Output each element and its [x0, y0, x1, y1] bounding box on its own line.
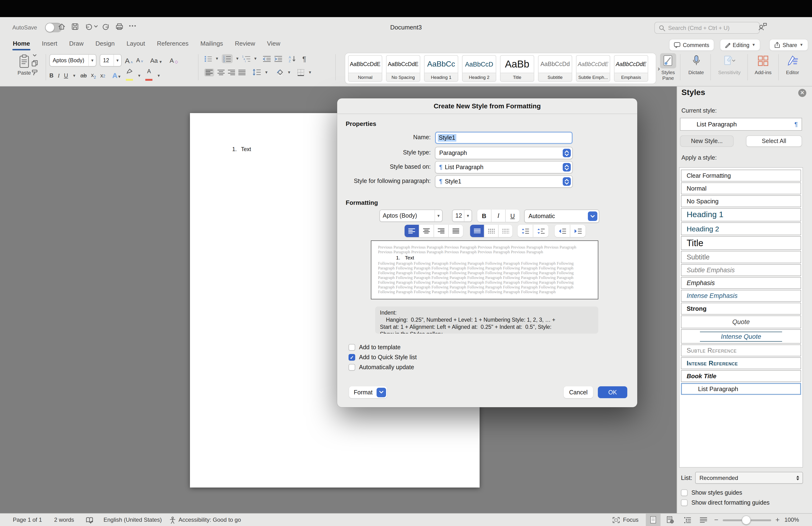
list-filter-dropdown[interactable]: Recommended	[695, 472, 803, 484]
dialog-space-after-button[interactable]	[533, 225, 549, 237]
tab-insert[interactable]: Insert	[42, 40, 57, 47]
style-item-subtitle[interactable]: Subtitle	[681, 251, 801, 263]
dialog-double-spacing[interactable]	[498, 225, 512, 237]
style-item-clear-formatting[interactable]: Clear Formatting	[681, 170, 801, 182]
font-name-combo[interactable]: Aptos (Body)▼	[49, 54, 97, 67]
tab-layout[interactable]: Layout	[127, 40, 145, 47]
underline-button[interactable]: U	[64, 72, 68, 79]
format-dropdown-button[interactable]: Format	[349, 386, 387, 398]
gallery-style-no-spacing[interactable]: AaBbCcDdENo Spacing	[386, 55, 420, 82]
pane-checkbox-show-direct-formatting-guides[interactable]: Show direct formatting guides	[681, 499, 769, 506]
dialog-checkbox-add-to-template[interactable]: Add to template	[349, 344, 417, 351]
zoom-slider-knob[interactable]	[742, 515, 751, 525]
gallery-style-heading-1[interactable]: AaBbCcHeading 1	[424, 55, 458, 82]
share-people-icon[interactable]	[758, 22, 767, 31]
copy-icon[interactable]	[31, 60, 38, 67]
style-item-title[interactable]: Title	[681, 236, 801, 250]
web-layout-view-button[interactable]	[663, 514, 678, 526]
align-right-icon[interactable]	[228, 69, 235, 75]
style-item-heading-1[interactable]: Heading 1	[681, 208, 801, 222]
style-item-subtle-reference[interactable]: Subtle Reference	[681, 344, 801, 356]
focus-icon[interactable]	[612, 517, 620, 523]
dialog-decrease-indent-button[interactable]	[555, 225, 570, 237]
style-item-heading-2[interactable]: Heading 2	[681, 222, 801, 235]
chevron-down-icon[interactable]: ▼	[235, 57, 239, 61]
dialog-increase-indent-button[interactable]	[570, 225, 585, 237]
dialog-checkbox-automatically-update[interactable]: Automatically update	[349, 364, 417, 371]
dialog-justify[interactable]	[449, 225, 463, 237]
gallery-style-normal[interactable]: AaBbCcDdENormal	[348, 55, 382, 82]
zoom-in-button[interactable]: +	[775, 515, 780, 524]
style-item-intense-quote[interactable]: Intense Quote	[681, 329, 801, 343]
highlight-button[interactable]	[126, 68, 133, 83]
addins-button[interactable]: Add-ins	[749, 53, 777, 75]
align-center-icon[interactable]	[217, 69, 224, 75]
chevron-down-icon[interactable]: ▼	[215, 57, 219, 61]
multilevel-list-icon[interactable]: 1ai	[242, 55, 251, 62]
style-item-normal[interactable]: Normal	[681, 183, 801, 194]
gallery-style-emphasis[interactable]: AaBbCcDdEEmphasis	[614, 55, 648, 82]
decrease-indent-icon[interactable]	[263, 55, 271, 62]
chevron-down-icon[interactable]: ▼	[287, 70, 291, 74]
zoom-percent[interactable]: 100%	[784, 516, 799, 523]
accessibility-status[interactable]: Accessibility: Good to go	[178, 516, 241, 523]
underline-chevron-icon[interactable]: ▼	[72, 73, 76, 78]
search-input[interactable]: Search (Cmd + Ctrl + U)	[654, 22, 760, 34]
style-item-no-spacing[interactable]: No Spacing	[681, 195, 801, 207]
gallery-style-subtle-emph-[interactable]: AaBbCcDdESubtle Emph...	[576, 55, 610, 82]
spellcheck-icon[interactable]	[86, 516, 93, 524]
styles-pane-button[interactable]: StylesPane	[656, 53, 680, 81]
pilcrow-icon[interactable]: ¶	[303, 55, 306, 63]
style-item-book-title[interactable]: Book Title	[681, 370, 801, 382]
dialog-bold-button[interactable]: B	[477, 210, 492, 222]
dialog-align-center[interactable]	[419, 225, 434, 237]
gallery-style-subtitle[interactable]: AaBbCcDdSubtitle	[538, 55, 572, 82]
page-count[interactable]: Page 1 of 1	[13, 516, 42, 523]
dialog-italic-button[interactable]: I	[492, 210, 506, 222]
based-on-dropdown[interactable]: ¶ List Paragraph	[435, 161, 573, 173]
pane-checkbox-show-styles-guides[interactable]: Show styles guides	[681, 489, 742, 496]
tab-review[interactable]: Review	[235, 40, 255, 47]
dialog-align-right[interactable]	[434, 225, 449, 237]
new-style-button[interactable]: New Style...	[680, 136, 734, 147]
focus-label[interactable]: Focus	[623, 516, 638, 523]
word-count[interactable]: 2 words	[54, 516, 74, 523]
tab-design[interactable]: Design	[96, 40, 115, 47]
close-icon[interactable]: ✕	[798, 89, 806, 97]
sensitivity-button[interactable]: Sensitivity	[712, 53, 746, 75]
chevron-down-icon[interactable]: ▼	[157, 73, 160, 78]
align-left-icon-selected[interactable]	[204, 68, 214, 76]
gallery-style-title[interactable]: AaBbTitle	[500, 55, 534, 82]
tab-home[interactable]: Home	[13, 40, 30, 47]
increase-indent-icon[interactable]	[274, 55, 282, 62]
dialog-font-size-combo[interactable]: 12▼	[452, 210, 472, 222]
draft-view-button[interactable]	[696, 514, 711, 526]
gallery-style-heading-2[interactable]: AaBbCcDHeading 2	[462, 55, 496, 82]
dialog-align-left-selected[interactable]	[405, 225, 419, 237]
dialog-1-5-spacing[interactable]	[484, 225, 498, 237]
language-selector[interactable]: English (United States)	[103, 516, 162, 523]
font-size-combo[interactable]: 12▼	[100, 54, 121, 67]
style-item-subtle-emphasis[interactable]: Subtle Emphasis	[681, 264, 801, 276]
justify-icon[interactable]	[238, 69, 246, 75]
paste-chevron-icon[interactable]	[33, 54, 37, 57]
italic-button[interactable]: I	[58, 72, 60, 79]
style-item-intense-reference[interactable]: Intense Reference	[681, 357, 801, 369]
style-item-intense-emphasis[interactable]: Intense Emphasis	[681, 290, 801, 302]
dictate-button[interactable]: Dictate	[683, 53, 709, 75]
style-item-list-paragraph[interactable]: List Paragraph	[681, 383, 801, 395]
dialog-underline-button[interactable]: U	[506, 210, 520, 222]
ok-button[interactable]: OK	[598, 386, 627, 398]
grow-font-button[interactable]: A˄	[125, 56, 133, 65]
style-type-dropdown[interactable]: Paragraph	[435, 147, 573, 159]
style-item-quote[interactable]: Quote	[681, 315, 801, 328]
style-item-strong[interactable]: Strong	[681, 303, 801, 315]
chevron-down-icon[interactable]: ▼	[253, 57, 257, 61]
bullets-icon[interactable]	[204, 55, 212, 62]
dialog-single-spacing-selected[interactable]	[470, 225, 484, 237]
cancel-button[interactable]: Cancel	[564, 386, 593, 398]
numbered-list-icon-selected[interactable]: 123	[222, 54, 233, 63]
tab-mailings[interactable]: Mailings	[200, 40, 223, 47]
print-layout-view-button[interactable]	[646, 514, 661, 526]
outline-view-button[interactable]	[680, 514, 695, 526]
